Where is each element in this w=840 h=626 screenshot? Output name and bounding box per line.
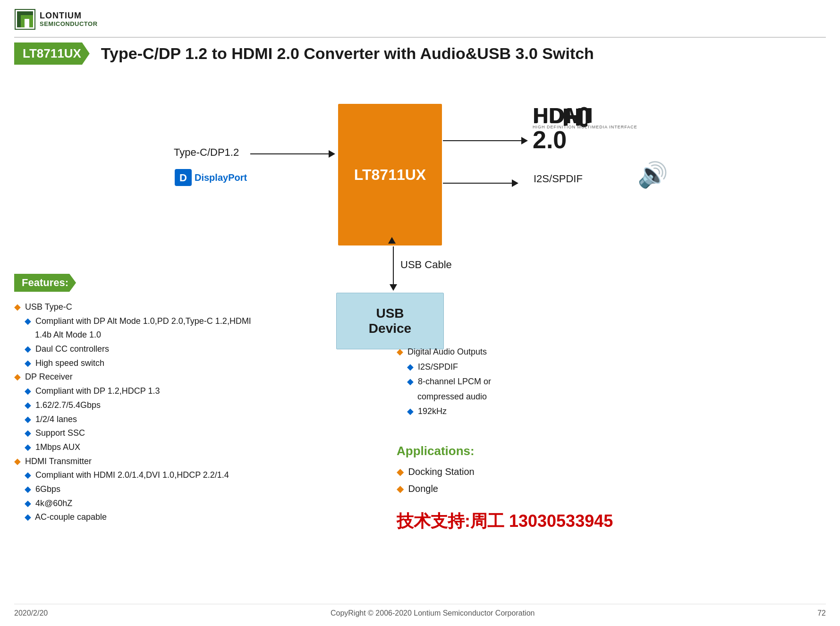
list-item: ◆ Digital Audio Outputs [397,345,661,360]
right-feature-list: ◆ Digital Audio Outputs ◆ I2S/SPDIF ◆ 8-… [397,345,661,419]
list-item: ◆ High speed switch [14,356,279,371]
hdmi-logo-area: HDMI HIGH DEFINITION MULTIMEDIA INTERFAC… [533,103,637,152]
footer-page: 72 [817,609,826,618]
list-item: ◆ Compliant with DP 1.2,HDCP 1.3 [14,384,279,398]
hdmi-output-arrow [443,137,528,144]
right-features-section: ◆ Digital Audio Outputs ◆ I2S/SPDIF ◆ 8-… [397,345,661,419]
dp-icon: D [175,169,192,186]
lontium-logo-icon [14,8,36,30]
usb-down-arrow-head [390,284,397,291]
list-item: ◆ HDMI Transmitter [14,455,279,469]
list-item: ◆ Compliant with DP Alt Mode 1.0,PD 2.0,… [14,314,279,329]
features-badge: Features: [14,274,76,292]
diamond-icon: ◆ [25,442,31,452]
diamond-icon: ◆ [25,386,31,396]
title-bar: LT8711UX Type-C/DP 1.2 to HDMI 2.0 Conve… [14,42,826,65]
list-item: ◆ Dongle [397,480,475,497]
i2s-label: I2S/SPDIF [534,173,583,185]
list-item: ◆ 1Mbps AUX [14,440,279,455]
applications-list: ◆ Docking Station ◆ Dongle [397,463,475,497]
list-item: ◆ 1.62/2.7/5.4Gbps [14,398,279,413]
list-item: ◆ 1/2/4 lanes [14,413,279,427]
list-item: ◆ 192kHz [397,404,661,419]
list-item: ◆ 8-channel LPCM or [397,374,661,389]
list-item: ◆ I2S/SPDIF [397,360,661,375]
page-title: Type-C/DP 1.2 to HDMI 2.0 Converter with… [101,44,594,63]
svg-rect-5 [29,19,33,27]
features-section: Features: ◆ USB Type-C ◆ Compliant with … [14,274,279,524]
list-item: ◆ 6Gbps [14,482,279,497]
svg-rect-3 [21,15,25,27]
list-item: ◆ Support SSC [14,426,279,440]
i2s-output-arrow [443,179,518,187]
applications-section: Applications: ◆ Docking Station ◆ Dongle [397,444,475,497]
diamond-icon: ◆ [397,483,404,494]
diamond-icon: ◆ [25,316,31,326]
svg-rect-2 [17,11,33,15]
diamond-icon: ◆ [25,400,31,410]
svg-text:D: D [179,172,187,184]
diamond-icon: ◆ [25,344,31,354]
footer-copyright: CopyRight © 2006-2020 Lontium Semiconduc… [331,609,535,618]
logo-semiconductor: SEMICONDUCTOR [40,21,98,27]
logo-area: LONTIUM SEMICONDUCTOR [14,8,98,30]
svg-rect-4 [25,15,33,19]
diamond-icon: ◆ [407,377,414,386]
usb-device-box: USB Device [336,293,444,349]
chip-badge: LT8711UX [14,42,90,65]
diamond-icon: ◆ [397,466,404,477]
logo-lontium: LONTIUM [40,11,98,21]
diamond-icon: ◆ [25,428,31,438]
feature-list: ◆ USB Type-C ◆ Compliant with DP Alt Mod… [14,300,279,524]
displayport-badge: D DisplayPort [175,169,247,186]
header-divider [14,37,826,38]
usb-cable-label: USB Cable [400,259,452,271]
list-item: ◆ Compliant with HDMI 2.0/1.4,DVI 1.0,HD… [14,468,279,482]
list-item: ◆ Daul CC controllers [14,342,279,356]
list-item: ◆ DP Receiver [14,370,279,384]
diamond-icon: ◆ [14,457,21,466]
diamond-icon: ◆ [14,302,21,312]
logo-text: LONTIUM SEMICONDUCTOR [40,11,98,27]
hdmi-arrow-head [521,137,528,144]
list-item: ◆ USB Type-C [14,300,279,314]
footer-date: 2020/2/20 [14,609,48,618]
i2s-arrow-head [512,179,518,187]
list-item: ◆ Docking Station [397,463,475,480]
diamond-icon: ◆ [25,358,31,368]
dp-text: DisplayPort [195,172,247,183]
diamond-icon: ◆ [25,470,31,480]
diamond-icon: ◆ [14,372,21,381]
input-type-c-label: Type-C/DP1.2 [174,146,239,159]
hdmi-version: 2.0 [533,127,567,152]
footer: 2020/2/20 CopyRight © 2006-2020 Lontium … [14,604,826,618]
list-item: compressed audio [397,389,661,405]
applications-title: Applications: [397,444,475,458]
list-item: 1.4b Alt Mode 1.0 [14,328,279,342]
diamond-icon: ◆ [407,362,414,372]
diamond-icon: ◆ [407,406,414,416]
speaker-icon: 🔊 [637,161,668,189]
diamond-icon: ◆ [25,512,31,522]
usb-cable-arrow-up [388,237,396,244]
usb-cable-arrow-down [390,246,397,291]
diamond-icon: ◆ [397,347,403,356]
usb-up-arrow-head [388,237,396,244]
list-item: ◆ 4k@60hZ [14,497,279,511]
input-arrow [250,150,335,158]
diamond-icon: ◆ [25,484,31,494]
diamond-icon: ◆ [25,415,31,424]
diamond-icon: ◆ [25,499,31,508]
tech-support: 技术支持:周工 13030533945 [397,510,613,533]
main-chip-box: LT8711UX [338,104,442,245]
arrow-right-head [329,150,335,158]
list-item: ◆ AC-couple capable [14,510,279,524]
